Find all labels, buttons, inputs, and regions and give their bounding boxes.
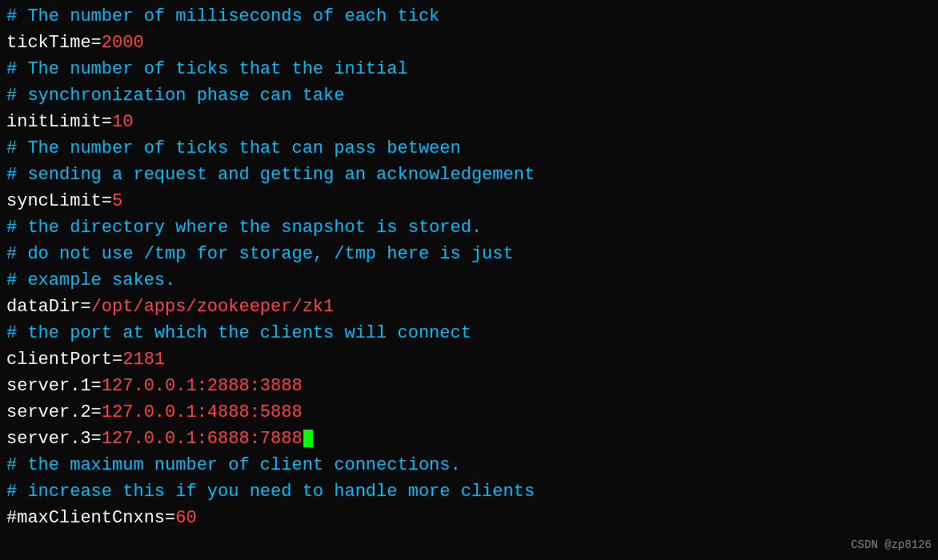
comment-text: # the port at which the clients will con…	[6, 323, 471, 343]
code-line: server.1=127.0.0.1:2888:3888	[6, 373, 932, 399]
code-line: # The number of milliseconds of each tic…	[6, 3, 932, 30]
config-value: 10	[112, 112, 133, 132]
config-value: /opt/apps/zookeeper/zk1	[91, 297, 335, 317]
comment-text: # The number of milliseconds of each tic…	[6, 6, 439, 26]
code-block: # The number of milliseconds of each tic…	[6, 3, 932, 531]
config-key: initLimit=	[6, 112, 112, 132]
code-line: clientPort=2181	[6, 346, 932, 373]
config-value: 5	[112, 191, 122, 211]
config-value: 2181	[122, 350, 165, 370]
comment-text: # the maximum number of client connectio…	[6, 455, 461, 475]
code-line: syncLimit=5	[6, 188, 932, 214]
code-line: # The number of ticks that can pass betw…	[6, 135, 932, 162]
code-line: #maxClientCnxns=60	[6, 505, 932, 531]
code-line: initLimit=10	[6, 109, 932, 135]
code-line: # the port at which the clients will con…	[6, 320, 932, 346]
comment-text: # synchronization phase can take	[6, 86, 344, 106]
comment-text: # the directory where the snapshot is st…	[6, 218, 482, 238]
config-key: tickTime=	[6, 33, 102, 53]
code-line: # synchronization phase can take	[6, 82, 932, 109]
comment-text: # The number of ticks that can pass betw…	[6, 138, 461, 158]
code-line: # The number of ticks that the initial	[6, 56, 932, 82]
config-key: server.2=	[6, 402, 102, 422]
config-value: 60	[175, 508, 196, 528]
code-line: # do not use /tmp for storage, /tmp here…	[6, 241, 932, 267]
config-value: 127.0.0.1:4888:5888	[102, 402, 303, 422]
config-value: 127.0.0.1:2888:3888	[102, 376, 303, 396]
code-line: # increase this if you need to handle mo…	[6, 478, 932, 505]
config-value: 127.0.0.1:6888:7888	[102, 429, 303, 449]
config-key: clientPort=	[6, 350, 122, 370]
comment-text: # example sakes.	[6, 270, 175, 290]
code-line: # the maximum number of client connectio…	[6, 452, 932, 478]
cursor	[303, 430, 313, 447]
code-line: # example sakes.	[6, 267, 932, 294]
comment-text: # sending a request and getting an ackno…	[6, 165, 535, 185]
code-line: server.3=127.0.0.1:6888:7888	[6, 426, 932, 452]
config-key: #maxClientCnxns=	[6, 508, 175, 528]
code-line: # sending a request and getting an ackno…	[6, 162, 932, 188]
config-key: syncLimit=	[6, 191, 112, 211]
code-line: tickTime=2000	[6, 30, 932, 56]
comment-text: # increase this if you need to handle mo…	[6, 482, 535, 502]
config-key: server.1=	[6, 376, 102, 396]
watermark: CSDN @zp8126	[851, 537, 932, 554]
code-line: server.2=127.0.0.1:4888:5888	[6, 399, 932, 426]
config-key: server.3=	[6, 429, 102, 449]
comment-text: # do not use /tmp for storage, /tmp here…	[6, 244, 514, 264]
code-line: # the directory where the snapshot is st…	[6, 214, 932, 241]
config-value: 2000	[102, 33, 144, 53]
terminal: # The number of milliseconds of each tic…	[0, 0, 938, 560]
code-line: dataDir=/opt/apps/zookeeper/zk1	[6, 294, 932, 320]
config-key: dataDir=	[6, 297, 91, 317]
comment-text: # The number of ticks that the initial	[6, 59, 408, 79]
